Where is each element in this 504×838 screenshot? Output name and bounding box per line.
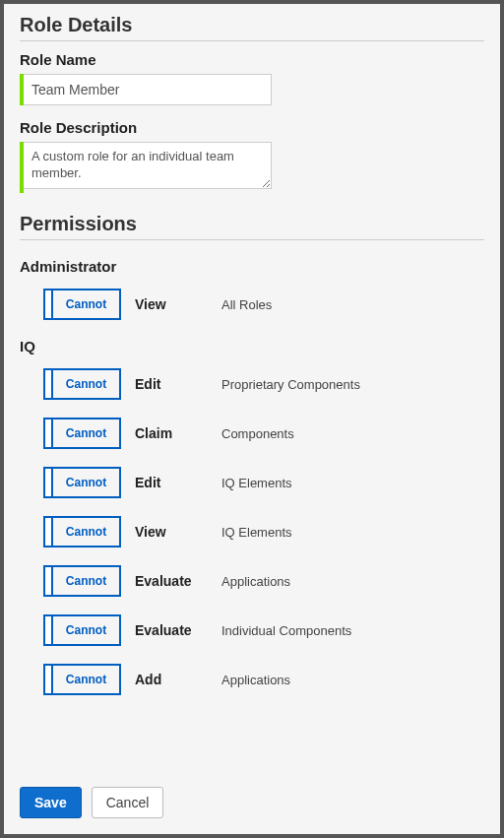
perm-target: IQ Elements — [221, 476, 292, 490]
toggle-state-label: Cannot — [53, 370, 119, 398]
permission-toggle[interactable]: Cannot — [43, 368, 121, 400]
role-name-label: Role Name — [20, 51, 484, 68]
perm-target: IQ Elements — [221, 525, 292, 540]
perm-target: All Roles — [221, 297, 272, 312]
perm-row: Cannot View All Roles — [20, 289, 484, 320]
perm-action: View — [135, 296, 221, 312]
perm-action: Evaluate — [135, 573, 221, 589]
role-name-input[interactable] — [24, 74, 272, 105]
role-description-input-wrap — [20, 142, 272, 193]
permission-toggle[interactable]: Cannot — [43, 565, 121, 597]
role-description-textarea[interactable] — [24, 142, 272, 189]
perm-action: View — [135, 524, 221, 540]
perm-target: Applications — [221, 673, 290, 687]
perm-target: Components — [221, 426, 294, 441]
permission-toggle[interactable]: Cannot — [43, 289, 121, 320]
toggle-state-label: Cannot — [53, 666, 119, 693]
perm-action: Edit — [135, 376, 221, 392]
perm-target: Individual Components — [221, 623, 351, 638]
save-button[interactable]: Save — [20, 787, 82, 818]
perm-action: Claim — [135, 425, 221, 441]
perm-row: Cannot Claim Components — [20, 418, 484, 449]
cancel-button[interactable]: Cancel — [92, 787, 164, 818]
perm-group-iq: IQ — [20, 338, 484, 355]
role-editor-panel: Role Details Role Name Role Description … — [0, 0, 504, 838]
toggle-handle-icon — [45, 419, 53, 447]
perm-row: Cannot Evaluate Applications — [20, 565, 484, 597]
perm-row: Cannot Evaluate Individual Components — [20, 614, 484, 646]
toggle-handle-icon — [45, 616, 53, 644]
permission-toggle[interactable]: Cannot — [43, 467, 121, 498]
perm-action: Edit — [135, 475, 221, 490]
toggle-handle-icon — [45, 666, 53, 693]
toggle-handle-icon — [45, 469, 53, 496]
perm-action: Evaluate — [135, 622, 221, 638]
perm-row: Cannot Edit IQ Elements — [20, 467, 484, 498]
toggle-state-label: Cannot — [53, 518, 119, 546]
permission-toggle[interactable]: Cannot — [43, 664, 121, 695]
permission-toggle[interactable]: Cannot — [43, 516, 121, 548]
toggle-handle-icon — [45, 370, 53, 398]
perm-row: Cannot View IQ Elements — [20, 516, 484, 548]
perm-row: Cannot Edit Proprietary Components — [20, 368, 484, 400]
toggle-state-label: Cannot — [53, 290, 119, 318]
toggle-handle-icon — [45, 567, 53, 595]
perm-group-administrator: Administrator — [20, 258, 484, 275]
perm-target: Applications — [221, 574, 290, 589]
toggle-handle-icon — [45, 290, 53, 318]
footer-actions: Save Cancel — [20, 787, 163, 818]
perm-row: Cannot Add Applications — [20, 664, 484, 695]
toggle-handle-icon — [45, 518, 53, 546]
role-name-input-wrap — [20, 74, 272, 105]
toggle-state-label: Cannot — [53, 567, 119, 595]
toggle-state-label: Cannot — [53, 419, 119, 447]
permission-toggle[interactable]: Cannot — [43, 418, 121, 449]
toggle-state-label: Cannot — [53, 616, 119, 644]
toggle-state-label: Cannot — [53, 469, 119, 496]
role-description-label: Role Description — [20, 119, 484, 136]
perm-action: Add — [135, 672, 221, 687]
permissions-heading: Permissions — [20, 213, 484, 240]
perm-target: Proprietary Components — [221, 377, 360, 392]
permission-toggle[interactable]: Cannot — [43, 614, 121, 646]
role-details-heading: Role Details — [20, 14, 484, 41]
